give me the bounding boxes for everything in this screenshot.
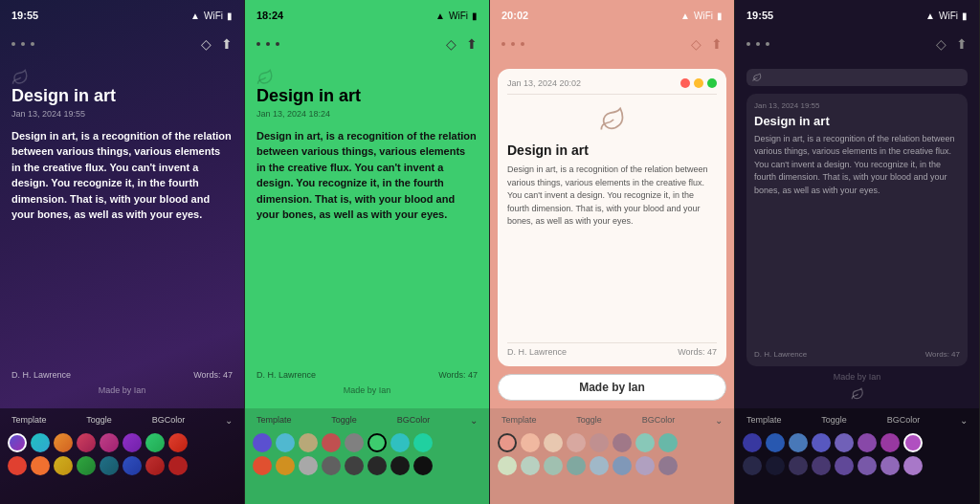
color-p2-2[interactable] [276, 433, 295, 452]
bookmark-icon-1[interactable]: ◇ [201, 36, 212, 52]
color-p3-11[interactable] [544, 456, 563, 475]
color-dot-1-4[interactable] [77, 433, 96, 452]
tab-toggle-3[interactable]: Toggle [576, 415, 602, 425]
color-p3-6[interactable] [612, 433, 632, 452]
color-dot-1-2[interactable] [31, 433, 50, 452]
toolbar-dots-4[interactable] [746, 42, 769, 46]
color-p3-8[interactable] [658, 433, 678, 452]
toolbar-dots-2[interactable] [256, 42, 279, 46]
tab-chevron-2[interactable]: ⌄ [470, 415, 478, 426]
color-p2-8[interactable] [413, 433, 433, 452]
tab-template-1[interactable]: Template [11, 415, 47, 425]
tab-template-2[interactable]: Template [256, 415, 292, 425]
tab-bgcolor-3[interactable]: BGColor [642, 415, 676, 425]
color-p4-7[interactable] [880, 433, 900, 452]
color-dot-2-2[interactable] [31, 456, 50, 475]
color-p3-5[interactable] [590, 433, 609, 452]
tab-toggle-4[interactable]: Toggle [821, 415, 847, 425]
color-p4-14[interactable] [858, 456, 877, 475]
color-dot-1-8[interactable] [168, 433, 188, 452]
color-dot-2-3[interactable] [54, 456, 73, 475]
color-dot-2-4[interactable] [77, 456, 96, 475]
share-icon-2[interactable]: ⬆ [466, 36, 478, 52]
color-dot-1-7[interactable] [145, 433, 165, 452]
color-p3-3[interactable] [544, 433, 563, 452]
color-p4-5[interactable] [835, 433, 854, 452]
color-p3-10[interactable] [521, 456, 540, 475]
share-icon-4[interactable]: ⬆ [956, 36, 968, 52]
color-p4-2[interactable] [766, 433, 785, 452]
color-dot-2-8[interactable] [168, 456, 188, 475]
toolbar-dots-1[interactable] [11, 42, 34, 46]
color-p2-13[interactable] [345, 456, 364, 475]
color-dot-2-5[interactable] [100, 456, 119, 475]
color-p4-9[interactable] [743, 456, 762, 475]
color-p4-12[interactable] [812, 456, 831, 475]
tab-bgcolor-4[interactable]: BGColor [887, 415, 921, 425]
color-dot-1-3[interactable] [54, 433, 73, 452]
color-dot-2-6[interactable] [122, 456, 142, 475]
made-by-button-3[interactable]: Made by Ian [498, 374, 726, 401]
color-p2-15[interactable] [390, 456, 410, 475]
color-p3-16[interactable] [658, 456, 678, 475]
tab-toggle-1[interactable]: Toggle [86, 415, 112, 425]
color-p2-12[interactable] [322, 456, 341, 475]
share-icon-3[interactable]: ⬆ [711, 36, 723, 52]
color-p4-11[interactable] [789, 456, 808, 475]
color-p4-15[interactable] [880, 456, 900, 475]
tab-bgcolor-1[interactable]: BGColor [152, 415, 186, 425]
color-dot-2-7[interactable] [145, 456, 165, 475]
search-bar-4[interactable] [746, 69, 968, 86]
color-p2-11[interactable] [299, 456, 318, 475]
tab-template-3[interactable]: Template [501, 415, 537, 425]
color-p2-1[interactable] [253, 433, 272, 452]
tab-bgcolor-2[interactable]: BGColor [397, 415, 431, 425]
color-p3-12[interactable] [567, 456, 586, 475]
bookmark-icon-4[interactable]: ◇ [936, 36, 947, 52]
color-p4-16[interactable] [903, 456, 923, 475]
toolbar-dots-3[interactable] [501, 42, 524, 46]
color-p3-2[interactable] [521, 433, 540, 452]
tab-chevron-3[interactable]: ⌄ [715, 415, 723, 426]
bookmark-icon-3[interactable]: ◇ [691, 36, 702, 52]
color-p2-5[interactable] [345, 433, 364, 452]
close-circle-3[interactable] [680, 78, 690, 88]
color-dot-1-5[interactable] [100, 433, 119, 452]
color-p2-14[interactable] [368, 456, 387, 475]
color-p4-6[interactable] [858, 433, 877, 452]
color-p2-6[interactable] [368, 433, 387, 452]
tab-chevron-1[interactable]: ⌄ [225, 415, 233, 426]
tab-toggle-2[interactable]: Toggle [331, 415, 357, 425]
color-p3-13[interactable] [590, 456, 609, 475]
color-p3-14[interactable] [612, 456, 632, 475]
tab-chevron-4[interactable]: ⌄ [960, 415, 968, 426]
color-p2-9[interactable] [253, 456, 272, 475]
share-icon-1[interactable]: ⬆ [221, 36, 233, 52]
maximize-circle-3[interactable] [707, 78, 717, 88]
color-p4-8[interactable] [903, 433, 923, 452]
color-p2-10[interactable] [276, 456, 295, 475]
color-p3-9[interactable] [498, 456, 517, 475]
color-dot-1-1[interactable] [8, 433, 27, 452]
tab-template-4[interactable]: Template [746, 415, 782, 425]
minimize-circle-3[interactable] [694, 78, 703, 88]
color-p4-4[interactable] [812, 433, 831, 452]
color-p2-4[interactable] [322, 433, 341, 452]
color-p3-1[interactable] [498, 433, 517, 452]
color-p2-3[interactable] [299, 433, 318, 452]
color-p4-1[interactable] [743, 433, 762, 452]
color-p4-13[interactable] [835, 456, 854, 475]
color-p4-3[interactable] [789, 433, 808, 452]
color-p3-7[interactable] [635, 433, 655, 452]
card-body-3: Design in art, is a recognition of the r… [507, 164, 717, 337]
card-title-3: Design in art [507, 142, 717, 158]
color-p4-10[interactable] [766, 456, 785, 475]
color-dot-2-1[interactable] [8, 456, 27, 475]
color-p3-4[interactable] [567, 433, 586, 452]
color-dot-1-6[interactable] [122, 433, 142, 452]
color-p2-16[interactable] [413, 456, 433, 475]
wifi-icon-4: WiFi [939, 11, 958, 21]
bookmark-icon-2[interactable]: ◇ [446, 36, 457, 52]
color-p2-7[interactable] [390, 433, 410, 452]
color-p3-15[interactable] [635, 456, 655, 475]
